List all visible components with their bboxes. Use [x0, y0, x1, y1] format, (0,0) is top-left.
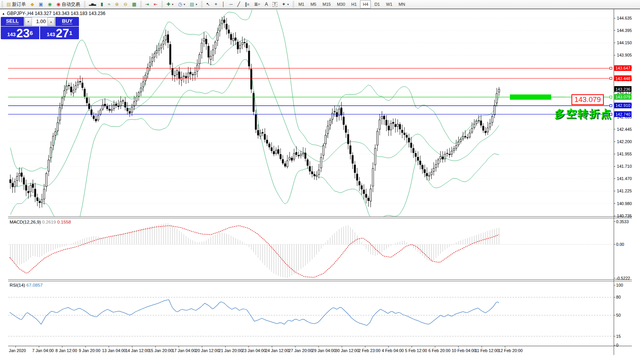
- svg-text:142.910: 142.910: [615, 103, 630, 108]
- market-watch-icon: ▣: [39, 2, 43, 7]
- channel-button[interactable]: ∥E: [243, 0, 251, 8]
- channel-icon: ∥: [245, 2, 247, 7]
- arrows-button[interactable]: ✦▾: [280, 0, 291, 8]
- timeframe-m5[interactable]: M5: [308, 0, 319, 8]
- templates-button[interactable]: ▤▾: [188, 0, 199, 8]
- panel-separators[interactable]: [8, 217, 632, 346]
- price-level-callout[interactable]: 143.079: [571, 94, 604, 105]
- timeframe-d1[interactable]: D1: [372, 0, 382, 8]
- svg-text:10 Feb 04:00: 10 Feb 04:00: [452, 348, 476, 353]
- indicators-button[interactable]: ✚▾: [164, 0, 175, 8]
- chart-shift-icon: ⇤: [154, 2, 157, 7]
- buy-button[interactable]: BUY: [55, 17, 79, 26]
- svg-text:144.635: 144.635: [617, 16, 632, 20]
- charts-tool-button[interactable]: ◆: [28, 0, 36, 8]
- toolbar-grip: [201, 1, 203, 7]
- buy-price-pips: 27: [56, 28, 69, 38]
- turning-point-annotation[interactable]: 多空转折点: [555, 107, 612, 121]
- market-watch-button[interactable]: ▣: [37, 0, 45, 8]
- sell-button[interactable]: SELL: [1, 17, 24, 26]
- chart-window[interactable]: 144.635144.395144.150143.905143.660143.4…: [0, 9, 640, 364]
- trendline-button[interactable]: ╱: [235, 0, 242, 8]
- volume-input[interactable]: 1.00: [32, 17, 47, 26]
- channel-button-sub: E: [247, 3, 249, 6]
- svg-text:142.740: 142.740: [615, 112, 630, 117]
- sell-price-display[interactable]: 143 23 6: [1, 27, 39, 39]
- label-icon: T: [273, 2, 277, 7]
- timeframe-w1[interactable]: W1: [383, 0, 395, 8]
- svg-text:144.395: 144.395: [617, 28, 632, 33]
- timeframe-mn[interactable]: MN: [396, 0, 408, 8]
- svg-text:80: 80: [616, 295, 621, 299]
- autotrading-button-label: 自动交易: [62, 1, 80, 8]
- arrows-button-dropdown-icon[interactable]: ▾: [287, 3, 289, 6]
- timeframe-h1[interactable]: H1: [348, 0, 359, 8]
- timeframe-h4[interactable]: H4: [360, 0, 371, 8]
- timeframe-group: M1M5M15M30H1H4D1W1MN: [291, 0, 408, 8]
- symbol-ohlc-text: GBPJPY-,H4 143.327 143.343 143.183 143.2…: [7, 11, 106, 16]
- periods-button-dropdown-icon[interactable]: ▾: [184, 3, 185, 6]
- horizontal-line-button[interactable]: ─: [228, 0, 235, 8]
- candles-group: [10, 16, 500, 208]
- new-order-button[interactable]: ▤新订单: [5, 0, 28, 8]
- crosshair-button[interactable]: +: [213, 0, 219, 8]
- buy-price-display[interactable]: 143 27 1: [40, 27, 79, 39]
- green-zone-annotation[interactable]: [510, 94, 551, 100]
- cursor-icon: ↖: [206, 2, 210, 7]
- zoom-in-button[interactable]: ⊕: [113, 0, 121, 8]
- line-chart-button[interactable]: ≈: [106, 0, 112, 8]
- toolbar-group-chart-types: ▂▅▃▮≈⊕⊖▦: [82, 0, 139, 8]
- mt4-window: ▤新订单◆▣◉◉自动交易▂▅▃▮≈⊕⊖▦⇥⇤✚▾◷▾▤▾↖+│─╱∥E≣FAT✦…: [0, 0, 640, 364]
- timeframe-m15[interactable]: M15: [320, 0, 333, 8]
- bar-chart-button[interactable]: ▂▅▃: [87, 0, 98, 8]
- time-axis[interactable]: Jan 20207 Jan 04:008 Jan 12:009 Jan 20:0…: [9, 346, 523, 353]
- autotrading-button[interactable]: ◉自动交易: [54, 0, 82, 8]
- timeframe-m30[interactable]: M30: [334, 0, 348, 8]
- signals-button[interactable]: ◉: [46, 0, 54, 8]
- bar-chart-icon: ▂▅▃: [89, 3, 96, 6]
- svg-text:2 Feb 23:00: 2 Feb 23:00: [359, 348, 380, 353]
- tile-windows-button[interactable]: ▦: [130, 0, 138, 8]
- svg-text:30 Jan 12:00: 30 Jan 12:00: [335, 348, 359, 353]
- svg-text:144.150: 144.150: [617, 40, 632, 45]
- vertical-line-button[interactable]: │: [220, 0, 227, 8]
- svg-text:11 Feb 12:00: 11 Feb 12:00: [475, 348, 499, 353]
- svg-text:140.980: 140.980: [617, 201, 632, 206]
- svg-text:50: 50: [616, 313, 621, 317]
- label-button[interactable]: T: [271, 0, 279, 8]
- svg-text:140.735: 140.735: [617, 214, 632, 218]
- sell-price-pips: 23: [16, 28, 29, 38]
- periods-icon: ◷: [178, 2, 182, 7]
- timeframe-m1[interactable]: M1: [296, 0, 307, 8]
- svg-text:0.3533: 0.3533: [616, 219, 629, 224]
- periods-button[interactable]: ◷▾: [176, 0, 187, 8]
- text-button[interactable]: A: [263, 0, 270, 8]
- price-chart[interactable]: 144.635144.395144.150143.905143.660143.4…: [0, 9, 640, 364]
- candlestick-button[interactable]: ▮: [99, 0, 105, 8]
- sell-price-base: 143: [7, 31, 16, 38]
- fibonacci-button[interactable]: ≣F: [252, 0, 262, 8]
- templates-button-dropdown-icon[interactable]: ▾: [196, 3, 197, 6]
- vertical-line-icon: │: [222, 2, 225, 7]
- price-axis[interactable]: 144.635144.395144.150143.905143.660143.4…: [614, 9, 632, 355]
- toolbar-group-dropdowns: ✚▾◷▾▤▾: [160, 0, 199, 8]
- svg-text:23 Jan 04:00: 23 Jan 04:00: [242, 348, 266, 353]
- buy-price-point: 1: [69, 27, 72, 40]
- indicators-button-dropdown-icon[interactable]: ▾: [172, 3, 173, 6]
- volume-decrease-button[interactable]: ▼: [25, 17, 32, 26]
- svg-text:17 Jan 04:00: 17 Jan 04:00: [172, 348, 196, 353]
- svg-text:143.647: 143.647: [615, 66, 630, 70]
- volume-increase-button[interactable]: ▲: [47, 17, 55, 26]
- macd-panel: [8, 223, 614, 278]
- cursor-button[interactable]: ↖: [204, 0, 212, 8]
- candlestick-icon: ▮: [101, 2, 103, 7]
- level-lines[interactable]: [8, 67, 612, 115]
- zoom-out-button[interactable]: ⊖: [122, 0, 129, 8]
- new-order-icon: ▤: [7, 2, 11, 7]
- horizontal-line-icon: ─: [230, 2, 233, 7]
- charts-tool-icon: ◆: [30, 2, 34, 7]
- toolbar-group-scroll-shift: ⇥⇤: [139, 0, 160, 8]
- chart-shift-button[interactable]: ⇤: [152, 0, 159, 8]
- auto-scroll-button[interactable]: ⇥: [143, 0, 151, 8]
- bollinger-bands: [10, 9, 499, 239]
